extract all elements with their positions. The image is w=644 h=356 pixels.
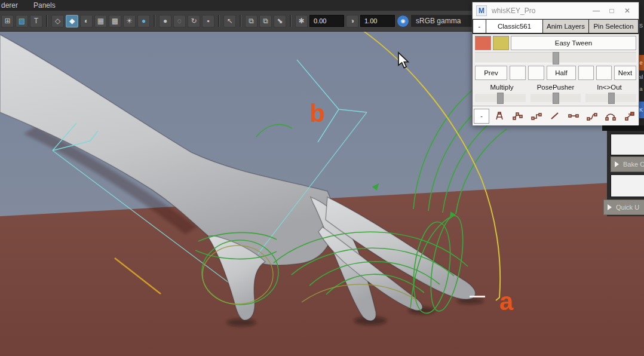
toolbar-separator: [290, 15, 292, 27]
bake-section-label: Bake O: [623, 161, 644, 168]
snapshot-paste-icon[interactable]: ⧉: [259, 15, 272, 27]
red-key-swatch[interactable]: [475, 36, 491, 50]
half-button[interactable]: Half: [547, 66, 576, 80]
arch-chain-icon[interactable]: [602, 109, 619, 123]
multiply-slider-handle[interactable]: [497, 93, 504, 104]
disabled-slot-icon: ▪: [202, 15, 214, 27]
vector-joint-icon[interactable]: [621, 109, 637, 123]
fingertip-tick: [470, 296, 485, 297]
tween-step-button[interactable]: [578, 66, 594, 80]
toolbar-separator: [46, 15, 48, 27]
contrast-icon[interactable]: ◑: [346, 15, 358, 27]
snapshot-copy-icon[interactable]: ⧉: [245, 15, 257, 27]
posepusher-slider[interactable]: [530, 94, 581, 102]
tween-step-button[interactable]: [510, 66, 526, 80]
inout-slider-handle[interactable]: [608, 93, 615, 104]
tab-bar: - Classic561 Anim Layers Pin Selection: [473, 19, 639, 34]
label-b: b: [309, 99, 325, 127]
maya-logo-icon: M: [476, 5, 487, 16]
collapse-icons-button[interactable]: -: [474, 109, 489, 124]
text-hud-icon[interactable]: T: [30, 15, 42, 27]
pose-anchor-icon[interactable]: [491, 109, 508, 123]
shaded-textured-icon[interactable]: ◐: [80, 15, 93, 27]
image-plane-icon[interactable]: ▨: [16, 15, 28, 27]
minimize-button[interactable]: —: [588, 5, 604, 16]
menu-item-renderer[interactable]: derer: [1, 1, 18, 10]
inout-label: In<>Out: [582, 82, 636, 92]
four-pane-layout-icon[interactable]: ⊞: [1, 15, 14, 27]
shadows-icon[interactable]: ●: [137, 15, 150, 27]
toolbar-separator: [240, 15, 241, 27]
tween-slider[interactable]: [475, 52, 636, 63]
step-chain-icon[interactable]: [584, 109, 600, 123]
exposure-field[interactable]: 0.00: [309, 15, 344, 27]
yellow-key-swatch[interactable]: [493, 36, 509, 50]
color-management-icon[interactable]: ◉: [397, 15, 409, 27]
window-title: whisKEY_Pro: [492, 7, 588, 15]
multiply-label: Multiply: [475, 82, 529, 92]
tab-classic561[interactable]: Classic561: [486, 19, 543, 33]
partial-field[interactable]: [611, 174, 644, 197]
posepusher-slider-handle[interactable]: [553, 93, 559, 104]
toolbar-separator: [154, 15, 155, 27]
label-a: a: [499, 287, 514, 315]
diagonal-line-icon[interactable]: [547, 109, 563, 123]
gamma-field[interactable]: 1.00: [360, 15, 395, 27]
multiply-slider[interactable]: [475, 94, 526, 102]
motion-blur-icon[interactable]: ◌: [173, 15, 186, 27]
tab-pin-selection[interactable]: Pin Selection: [589, 19, 639, 33]
inout-slider[interactable]: [585, 94, 636, 102]
bone-segment-icon[interactable]: [565, 109, 582, 123]
renderer-cycle-icon[interactable]: ↻: [188, 15, 200, 27]
ambient-occlusion-icon[interactable]: ●: [159, 15, 171, 27]
exposure-icon[interactable]: ✱: [295, 15, 308, 27]
tween-step-button[interactable]: [528, 66, 544, 80]
expand-arrow-icon: [608, 204, 612, 210]
shaded-cube-icon[interactable]: ◆: [66, 15, 78, 27]
lights-icon[interactable]: ☀: [123, 15, 136, 27]
quick-section-label: Quick U: [616, 204, 639, 211]
window-title-bar[interactable]: M whisKEY_Pro — □ ✕: [473, 2, 639, 19]
easy-tween-button[interactable]: Easy Tween: [511, 36, 636, 50]
wireframe-cube-icon[interactable]: ◇: [51, 15, 64, 27]
transparency-checker-icon[interactable]: ▩: [109, 15, 121, 27]
zigzag-chain-icon[interactable]: [510, 109, 526, 123]
select-cursor-icon[interactable]: ↖: [223, 15, 236, 27]
partial-field[interactable]: [611, 134, 644, 155]
toolbar-separator: [218, 15, 220, 27]
posepusher-label: PosePusher: [529, 82, 582, 92]
close-button[interactable]: ✕: [620, 5, 635, 16]
bake-section-header[interactable]: Bake O: [611, 156, 644, 172]
elbow-chain-icon[interactable]: [528, 109, 545, 123]
tween-slider-handle[interactable]: [553, 52, 559, 65]
textured-cube-icon[interactable]: ▦: [94, 15, 107, 27]
menu-item-panels[interactable]: Panels: [33, 1, 56, 10]
tween-step-button[interactable]: [596, 66, 612, 80]
expand-arrow-icon: [615, 161, 619, 167]
tab-anim-layers[interactable]: Anim Layers: [543, 19, 589, 33]
quick-section-header[interactable]: Quick U: [603, 200, 644, 215]
whiskey-pro-window: M whisKEY_Pro — □ ✕ - Classic561 Anim La…: [472, 2, 639, 125]
collapse-button[interactable]: -: [473, 19, 486, 33]
region-zoom-icon[interactable]: ⬊: [274, 15, 286, 27]
maximize-button[interactable]: □: [604, 5, 620, 16]
next-button[interactable]: Next: [614, 66, 636, 80]
prev-button[interactable]: Prev: [475, 66, 507, 80]
